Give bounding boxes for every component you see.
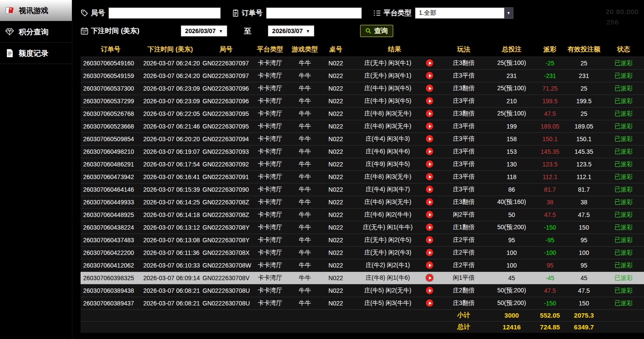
table-row[interactable]: 260307060537299 2026-03-07 06:23:09 GN02… xyxy=(81,95,644,107)
table-row[interactable]: 260307060389437 2026-03-07 06:08:21 GN02… xyxy=(81,297,644,309)
order-no-cell: 260307060549160 xyxy=(81,57,141,69)
result-cell: 庄(牛8) 闲1(牛6) xyxy=(350,271,439,284)
table-row[interactable]: 260307060549159 2026-03-07 06:24:20 GN02… xyxy=(81,69,644,82)
play-video-button[interactable] xyxy=(426,97,433,105)
bet-time-cell: 2026-03-07 06:23:09 xyxy=(141,95,200,107)
sidebar-item-points-query[interactable]: 积分查询 xyxy=(0,21,72,43)
total-total-bet: 12416 xyxy=(488,321,535,333)
play-icon xyxy=(429,61,432,65)
play-video-button[interactable] xyxy=(426,211,433,218)
status-badge: 已派彩 xyxy=(603,95,644,107)
bet-time-cell: 2026-03-07 06:10:33 xyxy=(141,259,200,271)
table-row[interactable]: 260307060448925 2026-03-07 06:14:18 GN02… xyxy=(81,208,644,221)
table-row[interactable]: 260307060473942 2026-03-07 06:16:41 GN02… xyxy=(81,170,644,183)
document-icon xyxy=(4,49,15,58)
status-badge: 已派彩 xyxy=(603,107,644,120)
table-row[interactable]: 260307060509854 2026-03-07 06:20:20 GN02… xyxy=(81,132,644,145)
table-row[interactable]: 260307060422200 2026-03-07 06:11:36 GN02… xyxy=(81,246,644,259)
game-no-cell: GN02226307090 xyxy=(200,183,252,196)
payout-cell: 47.5 xyxy=(535,284,565,297)
table-row[interactable]: 260307060437483 2026-03-07 06:13:08 GN02… xyxy=(81,234,644,246)
order-no-label-group: 订单号 xyxy=(232,9,263,18)
header-table-no: 桌号 xyxy=(322,43,350,57)
table-no-cell: N022 xyxy=(322,145,350,158)
header-bet-time: 下注时间 (美东) xyxy=(141,43,200,57)
bet-time-cell: 2026-03-07 06:14:25 xyxy=(141,196,200,208)
table-no-cell: N022 xyxy=(322,284,350,297)
play-video-button[interactable] xyxy=(426,148,433,155)
status-badge: 已派彩 xyxy=(603,208,644,221)
valid-bet-cell: 47.5 xyxy=(565,208,603,221)
platform-cell: 卡卡湾厅 xyxy=(252,221,288,234)
play-video-button[interactable] xyxy=(426,135,433,142)
table-row[interactable]: 260307060389438 2026-03-07 06:08:21 GN02… xyxy=(81,284,644,297)
play-video-button[interactable] xyxy=(426,85,433,92)
platform-type-value: 1.全部 xyxy=(419,9,436,17)
status-badge: 已派彩 xyxy=(603,158,644,170)
date-from-select[interactable]: 2026/03/07 ▼ xyxy=(181,25,227,37)
play-video-button[interactable] xyxy=(426,261,433,269)
table-row[interactable]: 260307060537300 2026-03-07 06:23:09 GN02… xyxy=(81,82,644,95)
table-row[interactable]: 260307060438224 2026-03-07 06:13:12 GN02… xyxy=(81,221,644,234)
play-video-button[interactable] xyxy=(426,122,433,130)
header-status: 状态 xyxy=(603,43,644,57)
date-to-select[interactable]: 2026/03/07 ▼ xyxy=(268,25,314,37)
play-icon xyxy=(429,188,432,191)
play-video-button[interactable] xyxy=(426,274,433,281)
play-method-cell: 庄2平倍 xyxy=(439,259,488,271)
play-video-button[interactable] xyxy=(426,249,433,256)
status-badge: 已派彩 xyxy=(603,183,644,196)
play-video-button[interactable] xyxy=(426,59,433,67)
sidebar-item-quota-record[interactable]: 额度记录 xyxy=(0,43,72,64)
play-method-cell: 庄3翻倍 xyxy=(439,107,488,120)
table-row[interactable]: 260307060412062 2026-03-07 06:10:33 GN02… xyxy=(81,259,644,271)
play-video-button[interactable] xyxy=(426,198,433,206)
bet-time-cell: 2026-03-07 06:13:12 xyxy=(141,221,200,234)
game-no-cell: GN02226307097 xyxy=(200,57,252,69)
platform-type-label-group: 平台类型 xyxy=(373,9,411,18)
play-video-button[interactable] xyxy=(426,173,433,180)
table-row[interactable]: 260307060486291 2026-03-07 06:17:54 GN02… xyxy=(81,158,644,170)
total-bet-cell: 40(预:160) xyxy=(488,196,535,208)
game-no-cell: GN02226307096 xyxy=(200,82,252,95)
total-bet-cell: 86 xyxy=(488,183,535,196)
play-video-button[interactable] xyxy=(426,236,433,244)
play-video-button[interactable] xyxy=(426,186,433,193)
sidebar-item-video-games[interactable]: 9 视讯游戏 xyxy=(0,0,72,21)
table-row[interactable]: 260307060449933 2026-03-07 06:14:25 GN02… xyxy=(81,196,644,208)
order-no-input[interactable] xyxy=(266,7,362,19)
payout-cell: 47.5 xyxy=(535,107,565,120)
subtotal-payout: 552.05 xyxy=(535,309,565,321)
order-no-cell: 260307060398325 xyxy=(81,271,141,284)
result-text: 庄(牛5) 闲2(无牛) xyxy=(350,287,426,295)
play-video-button[interactable] xyxy=(426,299,433,307)
platform-type-select[interactable]: 1.全部 ▼ xyxy=(415,7,513,19)
game-no-input[interactable] xyxy=(108,7,221,19)
valid-bet-cell: 150 xyxy=(565,221,603,234)
total-bet-cell: 210 xyxy=(488,95,535,107)
play-video-button[interactable] xyxy=(426,224,433,231)
table-row[interactable]: 260307060464146 2026-03-07 06:15:39 GN02… xyxy=(81,183,644,196)
game-type-cell: 牛牛 xyxy=(288,284,322,297)
order-no-cell: 260307060523668 xyxy=(81,120,141,132)
query-button[interactable]: 查询 xyxy=(360,25,393,37)
play-video-button[interactable] xyxy=(426,287,433,294)
play-method-cell: 庄2平倍 xyxy=(439,246,488,259)
play-video-button[interactable] xyxy=(426,72,433,79)
order-no-cell: 260307060389438 xyxy=(81,284,141,297)
table-body: 260307060549160 2026-03-07 06:24:20 GN02… xyxy=(81,57,644,309)
play-video-button[interactable] xyxy=(426,110,433,117)
valid-bet-cell: 47.5 xyxy=(565,284,603,297)
order-no-cell: 260307060473942 xyxy=(81,170,141,183)
result-cell: 庄(牛8) 闲3(无牛) xyxy=(350,107,439,120)
table-row[interactable]: 260307060398325 2026-03-07 06:09:14 GN02… xyxy=(81,271,644,284)
table-row[interactable]: 260307060523668 2026-03-07 06:21:46 GN02… xyxy=(81,120,644,132)
table-row[interactable]: 260307060549160 2026-03-07 06:24:20 GN02… xyxy=(81,57,644,69)
table-row[interactable]: 260307060498210 2026-03-07 06:19:07 GN02… xyxy=(81,145,644,158)
table-no-cell: N022 xyxy=(322,297,350,309)
game-no-cell: GN02226307096 xyxy=(200,95,252,107)
total-bet-cell: 130 xyxy=(488,158,535,170)
play-video-button[interactable] xyxy=(426,160,433,168)
table-row[interactable]: 260307060526768 2026-03-07 06:22:05 GN02… xyxy=(81,107,644,120)
header-total-bet: 总投注 xyxy=(488,43,535,57)
